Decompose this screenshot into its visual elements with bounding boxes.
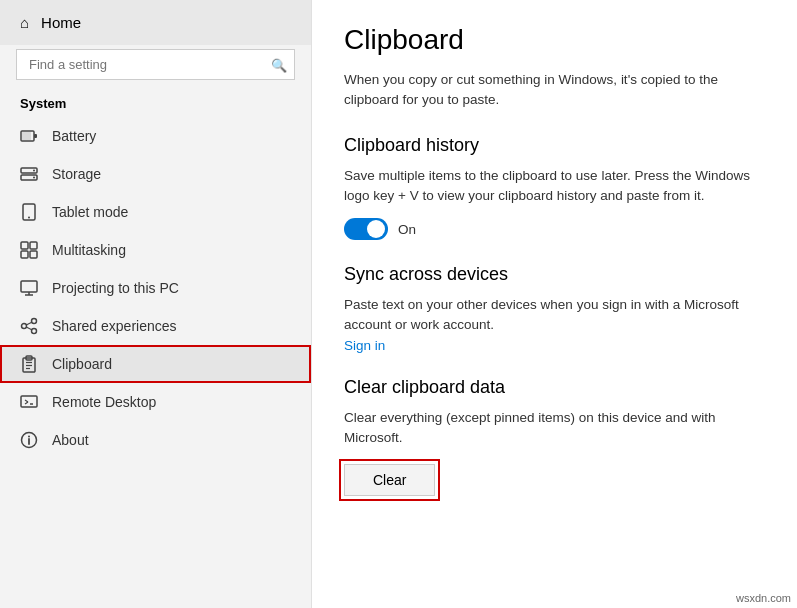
- about-label: About: [52, 432, 89, 448]
- tablet-label: Tablet mode: [52, 204, 128, 220]
- clipboard-nav-label: Clipboard: [52, 356, 112, 372]
- svg-rect-2: [22, 132, 31, 140]
- home-icon: [20, 14, 29, 31]
- sidebar-item-projecting[interactable]: Projecting to this PC: [0, 269, 311, 307]
- remote-icon: [20, 393, 38, 411]
- search-icon: 🔍: [271, 57, 287, 72]
- sidebar-item-about[interactable]: About: [0, 421, 311, 459]
- history-toggle[interactable]: [344, 218, 388, 240]
- svg-rect-13: [21, 281, 37, 292]
- section-label: System: [0, 88, 311, 117]
- svg-rect-9: [21, 242, 28, 249]
- sidebar-item-storage[interactable]: Storage: [0, 155, 311, 193]
- clear-section-title: Clear clipboard data: [344, 377, 765, 398]
- svg-rect-10: [30, 242, 37, 249]
- history-toggle-row: On: [344, 218, 765, 240]
- sidebar-item-remote[interactable]: Remote Desktop: [0, 383, 311, 421]
- battery-label: Battery: [52, 128, 96, 144]
- svg-point-32: [28, 436, 30, 438]
- svg-point-18: [32, 329, 37, 334]
- svg-line-28: [25, 402, 28, 404]
- sidebar-item-clipboard[interactable]: Clipboard: [0, 345, 311, 383]
- about-icon: [20, 431, 38, 449]
- shared-icon: [20, 317, 38, 335]
- sidebar-item-tablet[interactable]: Tablet mode: [0, 193, 311, 231]
- svg-rect-11: [21, 251, 28, 258]
- svg-point-16: [32, 319, 37, 324]
- svg-point-17: [22, 324, 27, 329]
- svg-point-6: [33, 177, 35, 179]
- svg-point-5: [33, 170, 35, 172]
- svg-line-20: [26, 327, 32, 330]
- main-content: Clipboard When you copy or cut something…: [312, 0, 797, 608]
- project-icon: [20, 279, 38, 297]
- history-section-desc: Save multiple items to the clipboard to …: [344, 166, 765, 207]
- search-container: 🔍: [16, 49, 295, 80]
- projecting-label: Projecting to this PC: [52, 280, 179, 296]
- search-input[interactable]: [16, 49, 295, 80]
- sidebar-item-multitasking[interactable]: Multitasking: [0, 231, 311, 269]
- storage-icon: [20, 165, 38, 183]
- sidebar-item-shared[interactable]: Shared experiences: [0, 307, 311, 345]
- tablet-icon: [20, 203, 38, 221]
- svg-rect-1: [34, 134, 37, 138]
- svg-point-8: [28, 217, 30, 219]
- storage-label: Storage: [52, 166, 101, 182]
- multitask-label: Multitasking: [52, 242, 126, 258]
- home-label: Home: [41, 14, 81, 31]
- sync-section-desc: Paste text on your other devices when yo…: [344, 295, 765, 336]
- clear-section-desc: Clear everything (except pinned items) o…: [344, 408, 765, 449]
- clear-button-wrapper: Clear: [344, 464, 435, 496]
- clipboard-icon: [20, 355, 38, 373]
- sidebar: Home 🔍 System Battery Storage Tablet mod…: [0, 0, 312, 608]
- remote-label: Remote Desktop: [52, 394, 156, 410]
- clear-button[interactable]: Clear: [344, 464, 435, 496]
- sidebar-item-battery[interactable]: Battery: [0, 117, 311, 155]
- shared-label: Shared experiences: [52, 318, 177, 334]
- history-toggle-label: On: [398, 222, 416, 237]
- history-section-title: Clipboard history: [344, 135, 765, 156]
- svg-rect-26: [21, 396, 37, 407]
- battery-icon: [20, 127, 38, 145]
- svg-line-19: [26, 322, 32, 325]
- home-nav-item[interactable]: Home: [0, 0, 311, 45]
- intro-text: When you copy or cut something in Window…: [344, 70, 765, 111]
- page-title: Clipboard: [344, 24, 765, 56]
- svg-rect-12: [30, 251, 37, 258]
- sync-section-title: Sync across devices: [344, 264, 765, 285]
- multitask-icon: [20, 241, 38, 259]
- sign-in-link[interactable]: Sign in: [344, 338, 765, 353]
